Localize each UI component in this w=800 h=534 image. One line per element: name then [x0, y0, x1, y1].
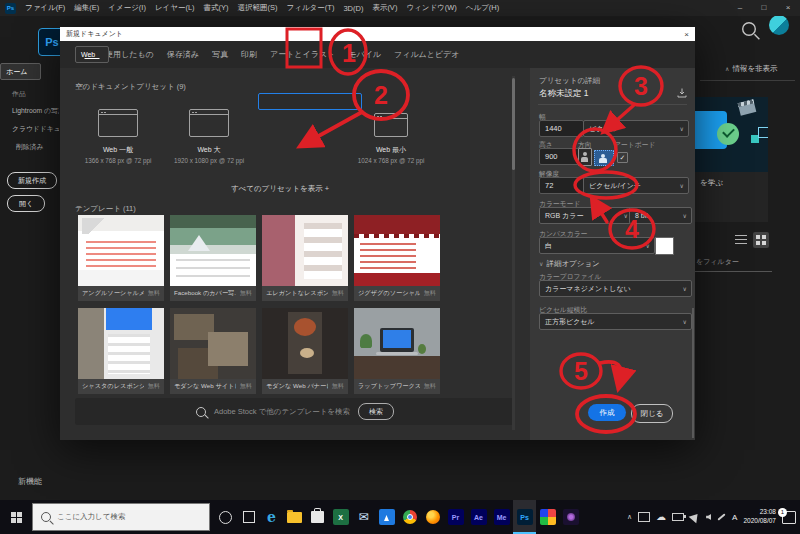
- tray-chevron-icon[interactable]: ∧: [627, 513, 632, 521]
- new-features-label[interactable]: 新機能: [18, 476, 42, 487]
- menu-3d[interactable]: 3D(D): [343, 4, 363, 13]
- pixel-aspect-select[interactable]: 正方形ピクセル∨: [539, 313, 692, 330]
- template-card[interactable]: モダンな Web バナーレ...無料: [262, 308, 348, 394]
- width-input[interactable]: 1440: [539, 120, 584, 137]
- close-button[interactable]: ×: [776, 0, 800, 14]
- file-explorer-button[interactable]: [283, 500, 306, 534]
- edge-button[interactable]: e: [260, 500, 283, 534]
- canvas-color-select[interactable]: 白∨: [539, 237, 655, 254]
- menu-filter[interactable]: フィルター(T): [287, 3, 335, 13]
- preset-web-medium[interactable]: Web 中 1440 x 900 px @ 72 ppi: [258, 93, 362, 110]
- menu-window[interactable]: ウィンドウ(W): [406, 3, 456, 13]
- tab-photo[interactable]: 写真: [212, 41, 228, 68]
- notification-center-icon[interactable]: 1: [782, 511, 796, 524]
- restore-button[interactable]: □: [752, 0, 776, 14]
- canvas-color-swatch[interactable]: [655, 237, 674, 255]
- scrollbar[interactable]: [512, 76, 515, 430]
- excel-button[interactable]: X: [329, 500, 352, 534]
- template-card[interactable]: ジグザグのソーシャルメ...無料: [354, 215, 440, 301]
- menu-image[interactable]: イメージ(I): [108, 3, 146, 13]
- bit-depth-select[interactable]: 8 bit∨: [629, 207, 692, 224]
- dialog-close-button[interactable]: 閉じる: [631, 404, 673, 423]
- after-effects-button[interactable]: Ae: [467, 500, 490, 534]
- open-button[interactable]: 開く: [7, 195, 45, 212]
- sidebar-item-home[interactable]: ホーム: [0, 63, 41, 80]
- tab-print[interactable]: 印刷: [241, 41, 257, 68]
- task-view-button[interactable]: [237, 500, 260, 534]
- wifi-icon[interactable]: [689, 511, 702, 524]
- minimize-button[interactable]: –: [728, 0, 752, 14]
- media-encoder-button[interactable]: Me: [490, 500, 513, 534]
- menu-edit[interactable]: 編集(E): [74, 3, 99, 13]
- clock-date[interactable]: 23:08 2020/08/07: [743, 508, 776, 526]
- scrollbar-thumb[interactable]: [692, 308, 694, 438]
- width-unit-select[interactable]: ピクセル∨: [583, 120, 689, 137]
- color-mode-select[interactable]: RGB カラー∨: [539, 207, 633, 224]
- artboard-checkbox[interactable]: ✓: [617, 152, 628, 163]
- photos-button[interactable]: [375, 500, 398, 534]
- template-card[interactable]: エレガントなレスポンシ...無料: [262, 215, 348, 301]
- firefox-button[interactable]: [421, 500, 444, 534]
- sidebar-item-lightroom[interactable]: Lightroom の写真: [0, 102, 59, 120]
- battery-icon[interactable]: [672, 513, 684, 521]
- menu-view[interactable]: 表示(V): [372, 3, 397, 13]
- menu-layer[interactable]: レイヤー(L): [155, 3, 195, 13]
- template-card[interactable]: アングルソーシャルメデ...無料: [78, 215, 164, 301]
- search-button[interactable]: 検索: [358, 403, 394, 420]
- template-card[interactable]: シャスタのレスポンシブ...無料: [78, 308, 164, 394]
- new-document-button[interactable]: 新規作成: [7, 172, 57, 189]
- menu-type[interactable]: 書式(Y): [204, 3, 229, 13]
- sidebar-item-deleted[interactable]: 削除済み: [0, 138, 59, 156]
- preset-web-general[interactable]: Web 一般 1366 x 768 px @ 72 ppi: [76, 93, 160, 177]
- tab-web[interactable]: Web: [75, 46, 109, 63]
- avatar[interactable]: [769, 15, 789, 35]
- sidebar-item-cloud-docs[interactable]: クラウドドキュメント: [0, 120, 59, 138]
- tab-mobile[interactable]: モバイル: [348, 41, 381, 68]
- resolution-unit-select[interactable]: ピクセル/インチ∨: [583, 177, 689, 194]
- grid-view-icon[interactable]: [753, 232, 769, 248]
- photoshop-taskbar-button[interactable]: Ps: [513, 500, 536, 534]
- hide-info-toggle[interactable]: ∧情報を非表示: [725, 64, 778, 74]
- speaker-icon[interactable]: [706, 514, 711, 520]
- premiere-button[interactable]: Pr: [444, 500, 467, 534]
- advanced-options-toggle[interactable]: ∨詳細オプション: [539, 259, 600, 269]
- filter-files-input[interactable]: をフィルター: [696, 257, 739, 267]
- preset-web-large[interactable]: Web 大 1920 x 1080 px @ 72 ppi: [167, 93, 251, 177]
- show-all-presets-link[interactable]: すべてのプリセットを表示 +: [60, 184, 500, 194]
- colorful-app-button[interactable]: [536, 500, 559, 534]
- tab-film-video[interactable]: フィルムとビデオ: [394, 41, 460, 68]
- template-card[interactable]: ラップトップワークスペ...無料: [354, 308, 440, 394]
- pen-icon[interactable]: [718, 513, 726, 520]
- app-search-icon[interactable]: [744, 20, 754, 38]
- ime-indicator[interactable]: A: [732, 513, 737, 522]
- dialog-close-icon[interactable]: ×: [684, 30, 689, 39]
- menu-help[interactable]: ヘルプ(H): [466, 3, 499, 13]
- dark-app-button[interactable]: [559, 500, 582, 534]
- start-button[interactable]: [0, 500, 32, 534]
- menu-file[interactable]: ファイル(F): [25, 3, 65, 13]
- template-card[interactable]: Facebook のカバー写...無料: [170, 215, 256, 301]
- orientation-portrait-icon[interactable]: [578, 148, 592, 166]
- template-card[interactable]: モダンな Web サイトレ...無料: [170, 308, 256, 394]
- document-name-field[interactable]: 名称未設定 1: [539, 88, 589, 100]
- scrollbar-thumb[interactable]: [512, 78, 515, 170]
- orientation-landscape-icon[interactable]: [594, 150, 614, 166]
- color-profile-select[interactable]: カラーマネジメントしない∨: [539, 280, 692, 297]
- tab-saved[interactable]: 保存済み: [167, 41, 199, 68]
- cortana-button[interactable]: [214, 500, 237, 534]
- list-view-icon[interactable]: [735, 235, 747, 245]
- mail-button[interactable]: ✉: [352, 500, 375, 534]
- stock-search-bar[interactable]: Adobe Stock で他のテンプレートを検索 検索: [75, 398, 515, 425]
- menu-select[interactable]: 選択範囲(S): [238, 3, 278, 13]
- create-button[interactable]: 作成: [588, 404, 626, 421]
- taskbar-search-input[interactable]: ここに入力して検索: [32, 503, 210, 531]
- save-preset-icon[interactable]: [677, 88, 687, 98]
- learn-card[interactable]: を学ぶ: [695, 97, 768, 222]
- resolution-input[interactable]: 72: [539, 177, 584, 194]
- chrome-button[interactable]: [398, 500, 421, 534]
- store-button[interactable]: [306, 500, 329, 534]
- preset-web-minimum[interactable]: Web 最小 1024 x 768 px @ 72 ppi: [349, 93, 433, 177]
- display-tray-icon[interactable]: [638, 512, 650, 522]
- onedrive-cloud-icon[interactable]: ☁: [656, 512, 666, 522]
- tab-art[interactable]: アートとイラスト: [270, 41, 335, 68]
